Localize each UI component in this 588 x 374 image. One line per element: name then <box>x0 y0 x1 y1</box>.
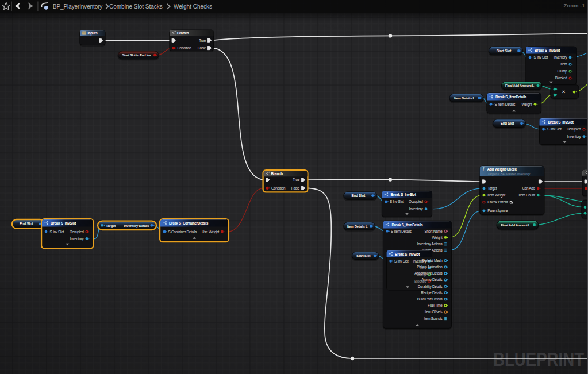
svg-text:True: True <box>199 38 206 43</box>
svg-text:Start Slot: Start Slot <box>497 49 512 53</box>
svg-text:Inventory: Inventory <box>554 55 568 60</box>
svg-text:Can Add: Can Add <box>522 186 535 190</box>
svg-text:Item Weight: Item Weight <box>487 193 505 198</box>
svg-text:End Slot: End Slot <box>501 121 515 125</box>
svg-text:S Inv Slot: S Inv Slot <box>534 55 548 59</box>
svg-text:Inventory: Inventory <box>567 134 582 139</box>
svg-text:Attachment Details: Attachment Details <box>414 271 442 275</box>
svg-text:Item Sounds: Item Sounds <box>424 317 443 321</box>
svg-text:True: True <box>293 178 299 182</box>
svg-text:Item: Item <box>560 62 567 66</box>
svg-text:S Inv Slot: S Inv Slot <box>394 259 409 263</box>
svg-text:Item Count: Item Count <box>518 193 535 197</box>
svg-text:Final Add Amount L: Final Add Amount L <box>501 223 531 227</box>
svg-text:Condition: Condition <box>271 186 286 190</box>
svg-text:Clump: Clump <box>558 69 568 74</box>
svg-text:BLUEPRINT: BLUEPRINT <box>493 348 584 370</box>
svg-text:Durability Details: Durability Details <box>418 284 443 289</box>
svg-text:Start Slot: Start Slot <box>356 254 370 257</box>
svg-text:Start Slot in End Inv: Start Slot in End Inv <box>122 53 151 57</box>
svg-text:Branch: Branch <box>177 31 189 35</box>
svg-text:Inventory Details: Inventory Details <box>124 224 150 228</box>
svg-text:S Container Details: S Container Details <box>168 230 197 234</box>
svg-text:Ammo Details: Ammo Details <box>421 277 442 282</box>
svg-text:Occupied: Occupied <box>70 230 84 234</box>
svg-text:Break S_InvSlot: Break S_InvSlot <box>391 192 417 196</box>
svg-text:Recipe Details: Recipe Details <box>421 291 442 295</box>
svg-text:Break S_ItemDetails: Break S_ItemDetails <box>495 95 527 99</box>
svg-text:End Slot: End Slot <box>20 222 34 226</box>
svg-text:Weight: Weight <box>432 236 443 240</box>
svg-text:×: × <box>562 88 566 95</box>
svg-text:S Inv Slot: S Inv Slot <box>547 127 562 131</box>
svg-text:Check Parent: Check Parent <box>487 200 508 204</box>
svg-text:Combine Slot Stacks: Combine Slot Stacks <box>109 3 163 10</box>
svg-text:Break S_InvSlot: Break S_InvSlot <box>548 120 574 124</box>
svg-text:Break S_InvSlot: Break S_InvSlot <box>51 221 76 225</box>
svg-text:Item Details L: Item Details L <box>454 96 475 100</box>
svg-text:BP_PlayerInventory: BP_PlayerInventory <box>53 3 102 10</box>
svg-text:Inventory: Inventory <box>70 237 84 241</box>
svg-text:Weight: Weight <box>522 102 532 107</box>
svg-text:Item Offsets: Item Offsets <box>425 310 443 314</box>
svg-text:Condition: Condition <box>178 46 192 50</box>
svg-text:False: False <box>198 46 206 50</box>
svg-text:S Item Details: S Item Details <box>495 102 516 106</box>
svg-text:Target: Target <box>487 186 497 191</box>
svg-text:End Slot: End Slot <box>351 194 366 198</box>
svg-text:Blocked: Blocked <box>555 76 567 80</box>
svg-text:False: False <box>291 186 300 190</box>
svg-text:S Item Details: S Item Details <box>391 229 412 233</box>
svg-text:Branch: Branch <box>271 172 283 176</box>
svg-text:Pickup Animation: Pickup Animation <box>417 265 443 269</box>
svg-text:Target is BP Master Inventory: Target is BP Master Inventory <box>487 172 531 176</box>
svg-text:Short Name: Short Name <box>424 229 443 233</box>
svg-text:Inventory Actions: Inventory Actions <box>417 242 443 246</box>
svg-text:Occupied: Occupied <box>567 127 581 132</box>
svg-text:Item Details L: Item Details L <box>347 225 368 228</box>
svg-text:Inputs: Inputs <box>88 31 98 36</box>
svg-text:Parent Ignore: Parent Ignore <box>487 209 508 213</box>
svg-text:Zoom -1: Zoom -1 <box>564 2 586 9</box>
svg-text:Break S_InvSlot: Break S_InvSlot <box>535 48 560 52</box>
svg-text:Final Add Amount L: Final Add Amount L <box>505 84 535 87</box>
svg-text:Weight Checks: Weight Checks <box>174 3 212 10</box>
svg-text:Skeletal Mesh: Skeletal Mesh <box>421 259 443 263</box>
svg-text:Occupied: Occupied <box>409 199 423 204</box>
svg-text:Build Part Details: Build Part Details <box>417 297 443 301</box>
svg-text:Break S_ContainerDetails: Break S_ContainerDetails <box>169 221 209 225</box>
svg-text:Fuel Time: Fuel Time <box>428 303 443 307</box>
svg-text:S Inv Slot: S Inv Slot <box>50 230 64 234</box>
svg-text:Target: Target <box>106 223 116 228</box>
svg-text:Use Weight: Use Weight <box>202 230 219 234</box>
svg-text:Inventory: Inventory <box>409 207 424 211</box>
svg-text:Break S_InvSlot: Break S_InvSlot <box>395 252 420 256</box>
svg-text:S Inv Slot: S Inv Slot <box>390 199 404 203</box>
svg-text:Break S_ItemDetails: Break S_ItemDetails <box>392 223 424 227</box>
